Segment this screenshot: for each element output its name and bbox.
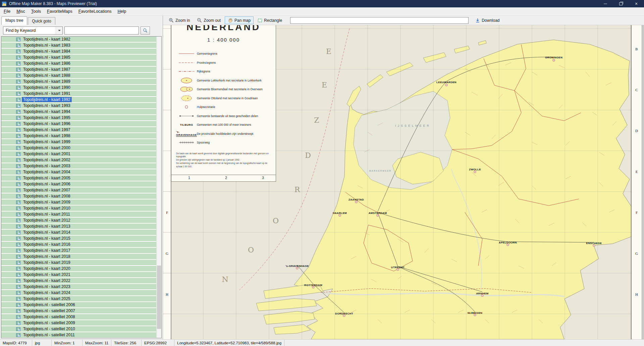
menu-item-misc[interactable]: Misc: [13, 8, 28, 15]
tree-item[interactable]: Topotijdreis.nl - kaart 1990: [1, 85, 161, 91]
tree-item[interactable]: Topotijdreis.nl - kaart 2016: [1, 242, 161, 248]
tree-item[interactable]: Topotijdreis.nl - satelliet 2009: [1, 320, 161, 326]
tree-item[interactable]: Topotijdreis.nl - kaart 1989: [1, 79, 161, 85]
tree-item[interactable]: Topotijdreis.nl - kaart 2021: [1, 272, 161, 278]
pan-map-button[interactable]: Pan map: [225, 16, 254, 24]
tree-item[interactable]: Topotijdreis.nl - kaart 2003: [1, 163, 161, 169]
tree-item[interactable]: Topotijdreis.nl - kaart 2025: [1, 296, 161, 302]
tree-item[interactable]: Topotijdreis.nl - kaart 2012: [1, 218, 161, 224]
tree-item[interactable]: Topotijdreis.nl - kaart 1988: [1, 73, 161, 79]
grid-letter: B: [635, 47, 638, 51]
tree-item[interactable]: Topotijdreis.nl - kaart 2018: [1, 254, 161, 260]
map-layer-icon: [16, 79, 20, 84]
tree-item[interactable]: Topotijdreis.nl - kaart 1984: [1, 49, 161, 55]
chevron-down-icon[interactable]: [56, 27, 62, 34]
maps-tree-list: Topotijdreis.nl - kaart 1982Topotijdreis…: [1, 37, 161, 338]
tree-item[interactable]: Topotijdreis.nl - kaart 2020: [1, 266, 161, 272]
zoom-in-button[interactable]: Zoom in: [166, 16, 193, 24]
tree-item-label: Topotijdreis.nl - satelliet 2007: [22, 308, 76, 313]
tree-item[interactable]: Topotijdreis.nl - kaart 1995: [1, 115, 161, 121]
sea-name-letter: E: [326, 47, 331, 56]
tree-item[interactable]: Topotijdreis.nl - kaart 1985: [1, 55, 161, 61]
tree-item[interactable]: Topotijdreis.nl - kaart 2013: [1, 224, 161, 230]
tree-item[interactable]: Topotijdreis.nl - kaart 2010: [1, 206, 161, 212]
tree-item[interactable]: Topotijdreis.nl - kaart 2022: [1, 278, 161, 284]
maximize-button[interactable]: [613, 0, 629, 7]
search-button[interactable]: [141, 26, 150, 35]
tree-item-label: Topotijdreis.nl - satelliet 2008: [22, 314, 76, 319]
sea-name-letter: E: [322, 81, 327, 89]
search-mode-dropdown[interactable]: Find by Keyword: [3, 26, 63, 35]
tree-item[interactable]: Topotijdreis.nl - kaart 1986: [1, 61, 161, 67]
tree-item[interactable]: Topotijdreis.nl - kaart 2007: [1, 187, 161, 193]
tree-item[interactable]: Topotijdreis.nl - kaart 2015: [1, 236, 161, 242]
legend-footnote: De basis van de kaart wordt gevormd door…: [176, 152, 271, 168]
tree-item[interactable]: Topotijdreis.nl - kaart 2014: [1, 230, 161, 236]
map-pane: Zoom in Zoom out Pan map Rectangle: [163, 16, 644, 339]
map-layer-icon: [16, 218, 20, 223]
legend-symbol-blob-single: [176, 77, 197, 84]
tree-item[interactable]: Topotijdreis.nl - kaart 1992: [1, 97, 161, 103]
download-button[interactable]: Download: [472, 17, 502, 24]
tab-quick-goto[interactable]: Quick goto: [28, 17, 55, 25]
tree-item[interactable]: Topotijdreis.nl - kaart 1993: [1, 103, 161, 109]
rectangle-button[interactable]: Rectangle: [255, 17, 285, 24]
map-layer-icon: [16, 188, 20, 192]
menu-item-favoritelocations[interactable]: FavoriteLocations: [75, 8, 115, 15]
tree-item[interactable]: Topotijdreis.nl - satelliet 2007: [1, 308, 161, 314]
search-mode-value: Find by Keyword: [6, 28, 36, 33]
tree-item[interactable]: Topotijdreis.nl - kaart 1999: [1, 139, 161, 145]
menu-item-file[interactable]: File: [1, 8, 13, 15]
zoom-out-label: Zoom out: [204, 18, 221, 23]
tree-item[interactable]: Topotijdreis.nl - kaart 2008: [1, 193, 161, 199]
legend-entry-text: Gemeentegrens: [197, 52, 217, 55]
tree-item[interactable]: Topotijdreis.nl - kaart 2024: [1, 290, 161, 296]
tree-item-label: Topotijdreis.nl - satelliet 2006: [22, 302, 76, 307]
menu-item-favoritemaps[interactable]: FavoriteMaps: [44, 8, 75, 15]
tree-item[interactable]: Topotijdreis.nl - kaart 2002: [1, 157, 161, 163]
tree-item[interactable]: Topotijdreis.nl - kaart 2011: [1, 212, 161, 218]
tree-item[interactable]: Topotijdreis.nl - kaart 1987: [1, 67, 161, 73]
city-label: ARNHEM: [476, 292, 489, 295]
map-layer-icon: [16, 206, 20, 211]
tree-item[interactable]: Topotijdreis.nl - satelliet 2008: [1, 314, 161, 320]
tree-item[interactable]: Topotijdreis.nl - kaart 2001: [1, 151, 161, 157]
legend-entry-text: Rijksgrens: [197, 70, 210, 73]
tree-item[interactable]: Topotijdreis.nl - kaart 1991: [1, 91, 161, 97]
tree-item[interactable]: Topotijdreis.nl - kaart 1983: [1, 43, 161, 49]
tree-item[interactable]: Topotijdreis.nl - satelliet 2010: [1, 326, 161, 332]
zoom-out-button[interactable]: Zoom out: [194, 16, 224, 24]
tree-item[interactable]: Topotijdreis.nl - kaart 2017: [1, 248, 161, 254]
tree-item[interactable]: Topotijdreis.nl - kaart 1994: [1, 109, 161, 115]
tree-item[interactable]: Topotijdreis.nl - satelliet 2006: [1, 302, 161, 308]
tree-item[interactable]: Topotijdreis.nl - kaart 2019: [1, 260, 161, 266]
tree-item[interactable]: Topotijdreis.nl - kaart 2006: [1, 181, 161, 187]
map-layer-icon: [16, 279, 20, 283]
menu-item-tools[interactable]: Tools: [28, 8, 44, 15]
tab-maps-tree[interactable]: Maps tree: [1, 16, 27, 25]
tree-scrollbar[interactable]: [156, 37, 161, 338]
city-label: NIJMEGEN: [468, 311, 482, 314]
search-input[interactable]: [64, 26, 139, 35]
close-button[interactable]: ×: [629, 0, 644, 7]
tree-item[interactable]: Topotijdreis.nl - kaart 1996: [1, 121, 161, 127]
tree-item[interactable]: Topotijdreis.nl - kaart 2023: [1, 284, 161, 290]
legend-entry: Gemeentegrens: [176, 49, 271, 58]
tree-item[interactable]: Topotijdreis.nl - kaart 1982: [1, 37, 161, 43]
map-view[interactable]: NOORDZEE IJSSELMEERMARKERMEER GRONINGENL…: [163, 25, 644, 339]
tree-item[interactable]: Topotijdreis.nl - kaart 2004: [1, 169, 161, 175]
tree-item[interactable]: Topotijdreis.nl - kaart 1998: [1, 133, 161, 139]
tree-item[interactable]: Topotijdreis.nl - kaart 2000: [1, 145, 161, 151]
tree-item[interactable]: Topotijdreis.nl - satelliet 2011: [1, 332, 161, 338]
tree-item[interactable]: Topotijdreis.nl - kaart 2005: [1, 175, 161, 181]
minimize-button[interactable]: [598, 0, 613, 7]
menu-item-help[interactable]: Help: [114, 8, 129, 15]
map-layer-icon: [16, 194, 20, 198]
tree-item[interactable]: Topotijdreis.nl - kaart 1997: [1, 127, 161, 133]
tree-item-label: Topotijdreis.nl - kaart 1984: [22, 49, 71, 54]
tree-item[interactable]: Topotijdreis.nl - kaart 2009: [1, 199, 161, 206]
map-layer-icon: [16, 309, 20, 313]
tree-scrollbar-thumb[interactable]: [157, 266, 161, 329]
sea-name-letter: Z: [314, 116, 319, 124]
toolbar-input[interactable]: [290, 17, 469, 24]
